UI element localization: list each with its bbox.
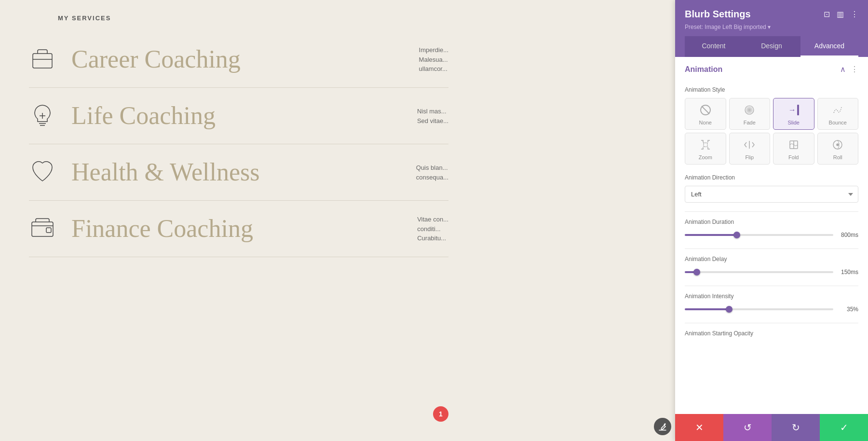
corner-edit-icon[interactable] <box>654 418 671 435</box>
animation-delay-label: Animation Delay <box>685 256 858 262</box>
tab-advanced[interactable]: Advanced <box>800 36 858 57</box>
service-item-finance: Finance Coaching Vitae con...conditi...C… <box>29 201 448 257</box>
animation-intensity-slider-row: 35% <box>685 304 858 314</box>
slide-icon: → <box>788 103 799 117</box>
main-content: MY SERVICES Career Coaching Imperdie...M… <box>0 0 477 441</box>
animation-intensity-slider[interactable] <box>685 304 833 314</box>
animation-duration-slider-row: 800ms <box>685 230 858 240</box>
divider-1 <box>685 211 858 212</box>
career-coaching-title: Career Coaching <box>71 47 241 72</box>
life-coaching-text: Nisl mas...Sed vitae... <box>417 107 448 125</box>
svg-rect-11 <box>704 143 707 147</box>
finance-coaching-title: Finance Coaching <box>71 216 253 241</box>
divider-3 <box>685 286 858 286</box>
svg-rect-7 <box>46 228 51 233</box>
health-wellness-text: Quis blan...consequa... <box>416 163 448 182</box>
svg-line-9 <box>702 106 709 114</box>
animation-section-title: Animation <box>685 65 722 74</box>
anim-bounce[interactable]: Bounce <box>817 98 859 130</box>
roll-label: Roll <box>833 154 842 160</box>
wallet-icon <box>29 214 58 243</box>
panel-title-row: Blurb Settings ⊡ ▥ ⋮ <box>685 9 858 20</box>
animation-duration-slider[interactable] <box>685 230 833 240</box>
heart-icon <box>29 158 58 187</box>
anim-fold[interactable]: Fold <box>773 133 814 165</box>
animation-duration-field: Animation Duration 800ms <box>685 219 858 240</box>
fold-label: Fold <box>788 154 799 160</box>
svg-rect-6 <box>32 222 53 236</box>
columns-icon[interactable]: ▥ <box>837 10 844 19</box>
service-item-health: Health & Wellness Quis blan...consequa..… <box>29 144 448 201</box>
none-label: None <box>699 120 712 125</box>
fullscreen-icon[interactable]: ⊡ <box>824 10 830 19</box>
roll-icon <box>832 138 843 152</box>
tab-design[interactable]: Design <box>743 36 800 57</box>
animation-section-header: Animation ∧ ⋮ <box>685 65 858 79</box>
animation-starting-opacity-field: Animation Starting Opacity <box>685 330 858 337</box>
tab-content[interactable]: Content <box>685 36 743 57</box>
animation-intensity-field: Animation Intensity 35% <box>685 293 858 314</box>
flip-icon <box>744 138 755 152</box>
animation-direction-label: Animation Direction <box>685 174 858 181</box>
anim-flip[interactable]: Flip <box>729 133 771 165</box>
notification-badge[interactable]: 1 <box>433 406 448 422</box>
panel-header-icons: ⊡ ▥ ⋮ <box>824 10 858 19</box>
animation-style-grid: None <box>685 98 858 165</box>
animation-direction-field: Animation Direction Left Right Top Botto… <box>685 174 858 203</box>
health-wellness-title: Health & Wellness <box>71 160 260 185</box>
anim-fade[interactable]: Fade <box>729 98 771 130</box>
animation-intensity-label: Animation Intensity <box>685 293 858 300</box>
anim-roll[interactable]: Roll <box>817 133 859 165</box>
anim-slide[interactable]: → Slide <box>773 98 814 130</box>
slide-label: Slide <box>788 120 800 125</box>
svg-rect-0 <box>33 54 52 68</box>
divider-2 <box>685 248 858 249</box>
panel-title: Blurb Settings <box>685 9 751 20</box>
zoom-icon <box>700 138 711 152</box>
animation-duration-label: Animation Duration <box>685 219 858 225</box>
more-options-icon[interactable]: ⋮ <box>851 10 858 19</box>
cancel-button[interactable]: ✕ <box>675 414 723 441</box>
save-button[interactable]: ✓ <box>820 414 868 441</box>
none-icon <box>700 103 711 117</box>
service-item-career: Career Coaching Imperdie...Malesua...ull… <box>29 31 448 88</box>
finance-coaching-text: Vitae con...conditi...Curabitu... <box>417 215 448 243</box>
animation-delay-slider[interactable] <box>685 267 833 277</box>
panel-tabs: Content Design Advanced <box>685 36 858 57</box>
settings-panel: Blurb Settings ⊡ ▥ ⋮ Preset: Image Left … <box>675 0 868 441</box>
bounce-icon <box>832 103 843 117</box>
collapse-icon[interactable]: ∧ <box>840 65 846 74</box>
animation-style-field: Animation Style None <box>685 86 858 165</box>
lightbulb-icon <box>29 101 58 130</box>
career-coaching-text: Imperdie...Malesua...ullamcor... <box>419 45 448 74</box>
services-heading: MY SERVICES <box>58 14 448 22</box>
animation-style-label: Animation Style <box>685 86 858 93</box>
panel-footer: ✕ ↺ ↻ ✓ <box>675 414 868 441</box>
fold-icon <box>788 138 800 152</box>
fade-icon <box>744 103 755 117</box>
panel-body: Animation ∧ ⋮ Animation Style None <box>675 57 868 414</box>
zoom-label: Zoom <box>699 154 712 160</box>
animation-delay-value: 150ms <box>838 269 858 276</box>
panel-header: Blurb Settings ⊡ ▥ ⋮ Preset: Image Left … <box>675 0 868 57</box>
animation-intensity-value: 35% <box>838 306 858 313</box>
redo-button[interactable]: ↻ <box>772 414 820 441</box>
animation-delay-slider-row: 150ms <box>685 267 858 277</box>
section-menu-icon[interactable]: ⋮ <box>851 65 858 74</box>
briefcase-icon <box>29 45 58 74</box>
svg-point-10 <box>745 106 754 114</box>
undo-button[interactable]: ↺ <box>723 414 772 441</box>
animation-delay-field: Animation Delay 150ms <box>685 256 858 277</box>
animation-duration-value: 800ms <box>838 232 858 238</box>
bounce-label: Bounce <box>829 120 847 125</box>
fade-label: Fade <box>744 120 756 125</box>
panel-preset[interactable]: Preset: Image Left Big imported ▾ <box>685 24 858 30</box>
animation-direction-select[interactable]: Left Right Top Bottom <box>685 186 858 203</box>
animation-starting-opacity-label: Animation Starting Opacity <box>685 330 858 337</box>
life-coaching-title: Life Coaching <box>71 103 216 128</box>
divider-4 <box>685 323 858 323</box>
svg-point-15 <box>837 144 839 146</box>
anim-none[interactable]: None <box>685 98 726 130</box>
anim-zoom[interactable]: Zoom <box>685 133 726 165</box>
flip-label: Flip <box>745 154 754 160</box>
